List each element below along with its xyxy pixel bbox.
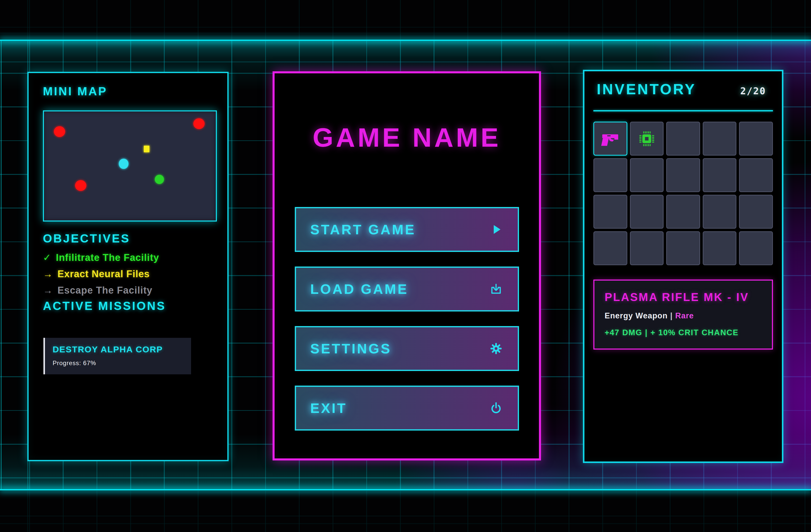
mission-card[interactable]: DESTROY ALPHA CORP Progress: 67%: [43, 338, 191, 374]
inventory-slot-20-empty[interactable]: [739, 231, 773, 265]
inventory-slot-6-empty[interactable]: [593, 158, 627, 192]
inventory-grid: [593, 122, 773, 265]
inventory-slot-17-empty[interactable]: [630, 231, 664, 265]
inventory-slot-18-empty[interactable]: [666, 231, 700, 265]
inventory-slot-3-empty[interactable]: [666, 122, 700, 156]
inventory-slot-11-empty[interactable]: [593, 195, 627, 229]
objective-label: Infilitrate The Facility: [56, 252, 159, 263]
item-rarity: Rare: [675, 311, 694, 320]
inventory-slot-10-empty[interactable]: [739, 158, 773, 192]
objective-item-active: →Exract Neural Files: [43, 269, 159, 279]
objective-item-done: ✓Infilitrate The Facility: [43, 252, 159, 263]
objective-item-pending: →Escape The Facility: [43, 285, 159, 296]
download-icon: [489, 282, 503, 297]
objective-label: Exract Neural Files: [58, 269, 150, 279]
horizon-line-top: [0, 40, 811, 41]
inventory-slot-19-empty[interactable]: [703, 231, 737, 265]
inventory-slot-7-empty[interactable]: [630, 158, 664, 192]
inventory-slot-9-empty[interactable]: [703, 158, 737, 192]
menu-button-label: SETTINGS: [310, 340, 392, 356]
player-marker: [119, 159, 128, 169]
inventory-slot-13-empty[interactable]: [666, 195, 700, 229]
pistol-icon: [601, 129, 620, 148]
inventory-slot-16-empty[interactable]: [593, 231, 627, 265]
inventory-slot-14-empty[interactable]: [703, 195, 737, 229]
inventory-title: INVENTORY: [597, 80, 696, 97]
game-title: GAME NAME: [275, 122, 539, 153]
inventory-slot-1-pistol[interactable]: [593, 122, 627, 156]
background-grid-faint-bottom: [0, 491, 811, 532]
menu-button-label: LOAD GAME: [310, 281, 409, 297]
item-detail-card: PLASMA RIFLE MK - IV Energy Weapon|Rare …: [593, 279, 773, 350]
inventory-slot-2-chip[interactable]: [630, 122, 664, 156]
objective-label: Escape The Facility: [58, 285, 153, 296]
inventory-slot-5-empty[interactable]: [739, 122, 773, 156]
arrow-right-icon: →: [43, 285, 53, 296]
inventory-slot-12-empty[interactable]: [630, 195, 664, 229]
chip-icon: [637, 129, 656, 148]
active-missions-heading: ACTIVE MISSIONS: [43, 299, 166, 313]
menu-button-label: EXIT: [310, 400, 347, 416]
inventory-slot-8-empty[interactable]: [666, 158, 700, 192]
load-game-button[interactable]: LOAD GAME: [295, 267, 519, 311]
grid-edge-line: [1, 40, 1, 490]
item-stats: +47 DMG | + 10% CRIT CHANCE: [605, 328, 762, 337]
start-game-button[interactable]: START GAME: [295, 207, 519, 252]
enemy-marker: [54, 126, 65, 137]
inventory-slot-15-empty[interactable]: [739, 195, 773, 229]
menu-button-label: START GAME: [310, 222, 416, 238]
item-name: PLASMA RIFLE MK - IV: [605, 291, 762, 304]
settings-button[interactable]: SETTINGS: [295, 326, 519, 371]
inventory-slot-4-empty[interactable]: [703, 122, 737, 156]
item-separator: |: [668, 311, 675, 320]
ally-marker: [155, 175, 164, 184]
hud-panel: MINI MAP OBJECTIVES ✓Infilitrate The Fac…: [27, 72, 229, 461]
inventory-header: INVENTORY 2/20: [597, 80, 772, 101]
inventory-divider: [593, 110, 773, 111]
enemy-marker: [193, 118, 204, 129]
background-grid-faint-top: [0, 0, 811, 40]
objective-marker: [144, 146, 150, 152]
minimap-title: MINI MAP: [43, 84, 107, 98]
main-menu: START GAMELOAD GAMESETTINGSEXIT: [295, 207, 519, 445]
objectives-heading: OBJECTIVES: [43, 231, 130, 245]
play-icon: [489, 222, 503, 237]
horizon-line-bottom: [0, 489, 811, 490]
game-menu-screen: MINI MAP OBJECTIVES ✓Infilitrate The Fac…: [0, 0, 811, 532]
main-menu-panel: GAME NAME START GAMELOAD GAMESETTINGSEXI…: [273, 71, 541, 460]
gear-icon: [489, 341, 503, 356]
check-icon: ✓: [43, 252, 51, 263]
mission-progress: Progress: 67%: [52, 360, 183, 367]
item-type-line: Energy Weapon|Rare: [605, 311, 762, 320]
power-icon: [489, 401, 503, 415]
arrow-right-icon: →: [43, 269, 53, 279]
enemy-marker: [75, 180, 86, 191]
inventory-count-badge: 2/20: [735, 81, 772, 101]
mission-name: DESTROY ALPHA CORP: [52, 345, 183, 354]
exit-button[interactable]: EXIT: [295, 385, 519, 430]
minimap: [43, 110, 217, 222]
inventory-panel: INVENTORY 2/20 PLASMA RIFLE MK - IV Ener…: [583, 70, 783, 463]
item-type: Energy Weapon: [605, 311, 668, 320]
objectives-list: ✓Infilitrate The Facility→Exract Neural …: [43, 252, 159, 301]
